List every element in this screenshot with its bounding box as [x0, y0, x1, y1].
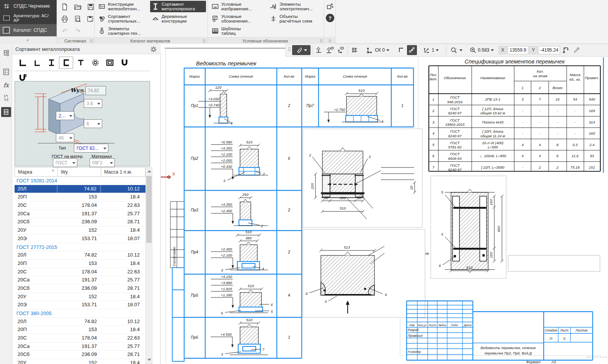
profile-i-beam-icon[interactable]	[44, 57, 59, 69]
table-cell: 152	[57, 359, 101, 364]
profile-pipe-icon[interactable]	[88, 57, 102, 69]
table-row[interactable]: 20Сб236.0928.71	[15, 284, 145, 293]
building-materials-button[interactable]: Сортаментстроительных...	[96, 13, 149, 24]
polyline-edit-icon[interactable]	[407, 45, 417, 55]
table-row[interactable]: 20У15218.4	[15, 359, 145, 364]
undo-button[interactable]: ↶	[60, 26, 70, 36]
group-grip-icon[interactable]	[90, 39, 93, 44]
table-row[interactable]: 20С178.0422.63	[15, 334, 145, 343]
eyedropper-icon[interactable]	[572, 45, 582, 55]
x-coordinate-field[interactable]: 13559.9	[508, 46, 528, 54]
structure-tree-icon[interactable]	[1, 48, 11, 58]
group-label-symbols: Условные обозначения	[207, 37, 324, 44]
calc-scheme-objects-button[interactable]: Объектырасчётных схем	[268, 13, 323, 24]
table-row[interactable]: 20П15318.4	[15, 193, 145, 202]
zoom-tool-select[interactable]	[448, 45, 465, 55]
table-row[interactable]: 20Са191.3725.77	[15, 276, 145, 284]
table-row[interactable]: 20П15318.4	[15, 260, 145, 268]
profile-tee-icon[interactable]	[74, 57, 88, 69]
tab-architecture[interactable]: AC Архитектура: АС/АР	[0, 12, 57, 24]
snap-parallel-track-icon[interactable]	[325, 45, 335, 55]
tab-spds-drafting[interactable]: СПДС.Черчение	[0, 0, 57, 12]
table-row[interactable]: 20У15218.4	[15, 293, 145, 301]
wy-value-field[interactable]: 74.82	[85, 86, 106, 95]
conditional-images-button[interactable]: км Условныеизображения...	[210, 1, 267, 12]
steel-profiles-button[interactable]: Сортаментметаллопроката	[150, 1, 206, 12]
table-row[interactable]: 20Л74.8210.12	[15, 318, 145, 326]
profile-angle-unequal-icon[interactable]	[30, 57, 44, 69]
new-file-button[interactable]	[60, 2, 70, 12]
table-cell: 20С	[15, 268, 57, 276]
scroll-down-icon[interactable]	[147, 359, 151, 361]
redo-button[interactable]: ↷	[73, 26, 83, 36]
dim-bottom-select[interactable]: 45	[56, 133, 74, 142]
catalog-update-button[interactable]	[325, 2, 335, 11]
table-row[interactable]: 20Са191.3725.77	[15, 210, 145, 218]
print-preview-button[interactable]	[73, 14, 83, 24]
table-row[interactable]: 20У15218.4	[15, 226, 145, 235]
col-header-marka[interactable]: Марка˄	[15, 167, 58, 176]
material-select[interactable]: 09Г2	[90, 158, 115, 167]
table-row[interactable]: 20Л74.8210.12	[15, 185, 145, 193]
col-header-massa[interactable]: Масса 1 п.м.	[101, 167, 144, 176]
table-row[interactable]: 20Сб236.0928.71	[15, 351, 145, 359]
scroll-thumb[interactable]	[146, 176, 152, 243]
sortament-panel-icon[interactable]	[1, 107, 11, 117]
functions-icon[interactable]: fx	[1, 80, 11, 90]
properties-checklist-icon[interactable]	[1, 67, 11, 77]
col-header-wy[interactable]: Wy	[58, 167, 101, 176]
gost-material-select[interactable]: ГОСТ	[53, 158, 77, 167]
open-file-button[interactable]	[73, 2, 83, 12]
table-row[interactable]: 20Э153.7118.07	[15, 235, 145, 243]
table-row[interactable]: 20Л74.8210.12	[15, 251, 145, 260]
osnap-button[interactable]	[292, 45, 311, 55]
table-row[interactable]: 20Сб236.0928.71	[15, 218, 145, 226]
group-grip-icon[interactable]	[320, 39, 322, 44]
profile-type-row-2	[15, 71, 150, 81]
drawing-text: 4	[262, 266, 264, 271]
toolbar-grip-icon[interactable]	[288, 47, 291, 54]
type-select[interactable]: ГОСТ 82...	[74, 144, 108, 153]
table-row[interactable]: 20Са191.3725.77	[15, 343, 145, 351]
gear-icon[interactable]	[150, 46, 157, 53]
wood-structures-button[interactable]: Деревянныеконструкции	[150, 13, 206, 24]
table-group-header: ГОСТ 19281-2014	[15, 177, 145, 185]
table-templates-button[interactable]: Шаблонытаблиц	[210, 25, 267, 37]
ribbon-collapse-button[interactable]: »	[0, 36, 57, 44]
print-button[interactable]	[60, 14, 70, 24]
profile-angle-equal-icon[interactable]	[15, 57, 29, 69]
swap-1-2-icon[interactable]: 1↰↳2	[1, 93, 11, 103]
drawing-area[interactable]: Ведомость перемычек Марка Схема сечения …	[161, 44, 608, 364]
dim-left-select[interactable]: 2...	[56, 111, 74, 120]
sanitary-elements-button[interactable]: Элементысанитарно-тех...	[96, 25, 149, 37]
dim-right-select[interactable]: 6	[84, 119, 102, 128]
scroll-up-icon[interactable]	[147, 170, 151, 172]
scale-select[interactable]: 1	[418, 45, 445, 55]
tab-catalog-spds[interactable]: СПДС Каталог: СПДС	[0, 24, 57, 36]
group-grip-icon[interactable]	[329, 39, 331, 44]
profile-special-icon[interactable]	[117, 57, 131, 69]
table-row[interactable]: 20С178.0422.63	[15, 202, 145, 210]
y-coordinate-field[interactable]: -4195.24	[538, 46, 560, 54]
drawing-canvas[interactable]: Ведомость перемычек Марка Схема сечения …	[161, 44, 608, 364]
profile-channel-icon[interactable]	[59, 57, 73, 69]
crane-objects-icon[interactable]	[561, 45, 571, 55]
table-row[interactable]: 20П15318.4	[15, 326, 145, 334]
table-row[interactable]: 20С178.0422.63	[15, 268, 145, 276]
table-row[interactable]: 20Э153.7118.07	[15, 301, 145, 309]
help-button[interactable]: ?	[325, 13, 335, 23]
zoom-value-select[interactable]: 0.583	[466, 45, 498, 55]
ortho-corner-icon[interactable]	[396, 45, 406, 55]
electrical-elements-button[interactable]: Элементыэлектротехнич...	[268, 1, 323, 12]
snap-axis-track-icon[interactable]	[336, 45, 346, 55]
group-grip-icon[interactable]	[203, 39, 205, 44]
grid-toggle-icon[interactable]	[350, 45, 360, 55]
ucs-select[interactable]: СК 0	[360, 45, 396, 55]
snap-parallel-icon[interactable]	[314, 45, 324, 55]
rc-structures-button[interactable]: Конструкциижелезобетонн...	[96, 1, 149, 12]
profile-square-tube-icon[interactable]	[103, 57, 117, 69]
conditional-symbols-button[interactable]: Условныеобозначения...	[210, 13, 267, 24]
panel-scrollbar[interactable]	[145, 167, 152, 364]
table-cell: 25.77	[101, 210, 144, 218]
dim-top-select[interactable]: 3.8	[84, 99, 102, 108]
